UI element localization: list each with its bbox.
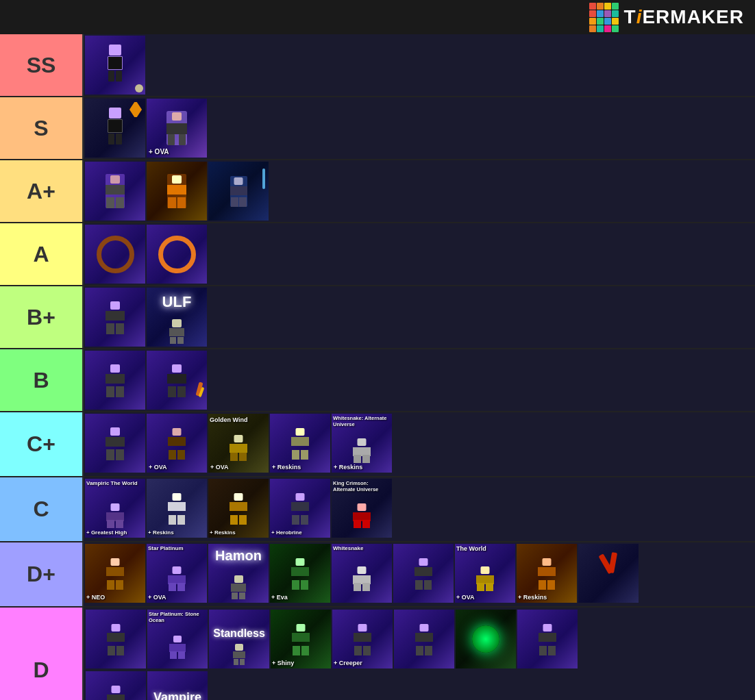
tiermaker-logo: TiERMAKER: [589, 3, 744, 32]
tier-item-dp3: Hamon: [208, 544, 269, 603]
logo-cell: [597, 25, 604, 32]
tier-item-d5: + Creeper: [332, 610, 393, 668]
tier-row-ss: SS: [0, 34, 755, 97]
tier-item-a2: [147, 225, 207, 284]
tier-item-dp5: Whitesnake: [332, 544, 392, 603]
tier-label-ss: SS: [0, 34, 82, 96]
tier-label-aplus: A+: [0, 160, 82, 222]
tier-item-cp5: Whitesnake: Alternate Universe + Reskins: [332, 414, 392, 473]
tier-label-a: A: [0, 223, 82, 285]
logo-grid: [589, 3, 619, 32]
tier-item-dp8: + Reskins: [517, 544, 577, 603]
tier-label-cplus: C+: [0, 412, 82, 476]
tier-item-dp6: [393, 544, 454, 603]
tier-row-s: S: [0, 97, 755, 160]
tier-row-dplus: D+ + NEO Star Plati: [0, 542, 755, 608]
tier-item-dp4: + Eva: [270, 544, 330, 603]
tier-content-b: [82, 349, 755, 411]
tier-row-bplus: B+ ULF: [0, 286, 755, 349]
tier-content-aplus: [82, 160, 755, 222]
logo-cell: [589, 25, 596, 32]
tier-item-d7: [456, 610, 516, 668]
logo-cell: [604, 3, 611, 10]
tier-item-b1: [85, 351, 145, 410]
logo-cell: [604, 10, 611, 17]
tier-item-cp1: [85, 414, 145, 473]
tier-item-cp4: + Reskins: [270, 414, 330, 473]
tier-item-c1: Vampiric The World + Greatest High: [85, 479, 145, 538]
tier-item-dp2: Star Platinum + OVA: [147, 544, 207, 603]
tier-label-c: C: [0, 477, 82, 541]
tier-label-dplus: D+: [0, 542, 82, 606]
tier-item-d1: [86, 610, 146, 668]
tier-item-c3: + Reskins: [208, 479, 269, 538]
logo-cell: [612, 3, 619, 10]
tier-item-d6: [394, 610, 454, 668]
tier-item-d4: + Shiny: [271, 610, 331, 668]
logo-cell: [612, 25, 619, 32]
tier-item-cp3: Golden Wind + OVA: [208, 414, 269, 473]
tier-item-ap1: [85, 162, 145, 221]
tier-item-s2: + OVA: [147, 99, 207, 158]
tier-item-bp1: [85, 288, 145, 347]
tier-item-ap3: [208, 162, 269, 221]
tier-row-c: C Vampiric The World + Greatest High: [0, 477, 755, 542]
tier-item-bp2: ULF: [147, 288, 207, 347]
tier-item-d8: [517, 610, 578, 668]
tier-content-d: Star Platinum: Stone Ocean: [82, 608, 755, 700]
tier-item-ss1: [85, 36, 145, 95]
logo-cell: [604, 18, 611, 25]
tier-content-c: Vampiric The World + Greatest High: [82, 477, 755, 541]
tier-item-c2: + Reskins: [147, 479, 207, 538]
tier-item-d9: [86, 671, 146, 700]
tier-table: SS S: [0, 34, 755, 700]
logo-cell: [589, 3, 596, 10]
logo-cell: [589, 18, 596, 25]
logo-title-text: TiERMAKER: [624, 6, 744, 28]
tier-content-dplus: + NEO Star Platinum + OVA: [82, 542, 755, 606]
tier-item-s1: [85, 99, 145, 158]
tier-item-ap2: [147, 162, 207, 221]
tier-row-cplus: C+: [0, 412, 755, 477]
logo-cell: [604, 25, 611, 32]
tier-row-aplus: A+: [0, 160, 755, 223]
logo-cell: [612, 10, 619, 17]
logo-cell: [597, 10, 604, 17]
tier-row-b: B: [0, 349, 755, 412]
logo-cell: [612, 18, 619, 25]
tier-item-dp1: + NEO: [85, 544, 145, 603]
tier-content-ss: [82, 34, 755, 96]
tier-item-d10: Vampire: [147, 671, 208, 700]
tier-item-c5: King Crimson: Alternate Universe: [332, 479, 392, 538]
tier-item-b2: [147, 351, 207, 410]
tier-row-d: D: [0, 608, 755, 700]
tier-label-s: S: [0, 97, 82, 159]
tier-item-cp2: + OVA: [147, 414, 207, 473]
header: TiERMAKER: [0, 0, 755, 34]
logo-cell: [597, 18, 604, 25]
tier-row-a: A: [0, 223, 755, 286]
tier-content-cplus: + OVA Golden Wind + OVA: [82, 412, 755, 476]
tier-label-d: D: [0, 608, 82, 700]
tier-content-bplus: ULF: [82, 286, 755, 348]
tier-item-c4: + Herobrine: [270, 479, 330, 538]
logo-cell: [589, 10, 596, 17]
logo-cell: [597, 3, 604, 10]
tier-item-a1: [85, 225, 145, 284]
tier-item-d3: Standless: [209, 610, 269, 668]
tier-label-bplus: B+: [0, 286, 82, 348]
tier-label-b: B: [0, 349, 82, 411]
tier-item-dp7: The World + OVA: [455, 544, 515, 603]
tier-item-dp9: [578, 544, 639, 603]
tier-item-d2: Star Platinum: Stone Ocean: [147, 610, 208, 668]
tier-content-a: [82, 223, 755, 285]
tier-content-s: + OVA: [82, 97, 755, 159]
